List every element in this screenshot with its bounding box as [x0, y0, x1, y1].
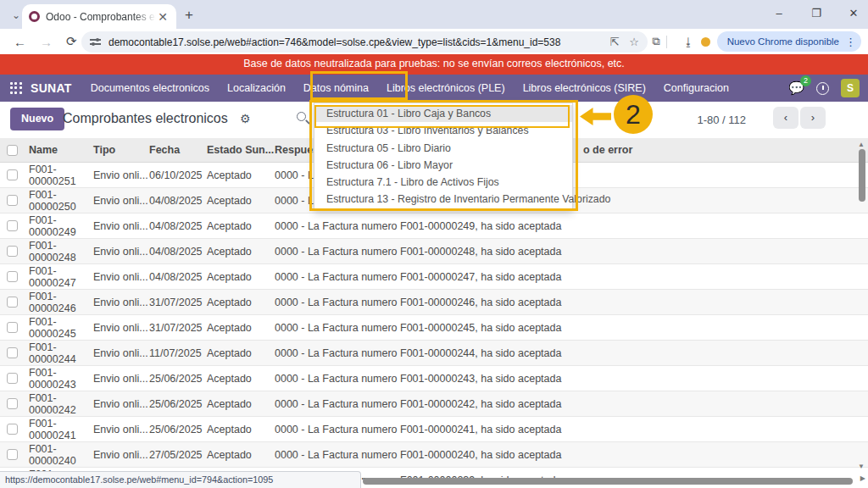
- cell-estado: Aceptado: [207, 398, 275, 410]
- table-row[interactable]: F001-00000247Envio onli...04/08/2025Acep…: [0, 264, 868, 290]
- table-row[interactable]: F001-00000242Envio onli...25/06/2025Acep…: [0, 391, 868, 417]
- chrome-update-button[interactable]: Nuevo Chrome disponible ⋮: [717, 31, 861, 52]
- dropdown-item-4[interactable]: Estructura 7.1 - Libro de Activos Fijos: [314, 174, 572, 191]
- activities-clock-icon[interactable]: [816, 82, 829, 95]
- dropdown-item-0[interactable]: Estructura 01 - Libro Caja y Bancos: [314, 105, 572, 122]
- navbar-item-0[interactable]: Documentos electronicos: [91, 82, 209, 94]
- row-checkbox[interactable]: [7, 169, 18, 180]
- row-checkbox[interactable]: [7, 297, 18, 308]
- cell-checkbox: [7, 220, 29, 231]
- row-checkbox[interactable]: [7, 271, 18, 282]
- column-header-estado[interactable]: Estado Sun...: [207, 144, 275, 156]
- table-row[interactable]: F001-00000240Envio onli...27/05/2025Acep…: [0, 442, 868, 468]
- dropdown-item-2[interactable]: Estructura 05 - Libro Diario: [314, 140, 572, 157]
- row-checkbox[interactable]: [7, 322, 18, 333]
- pager-prev-button[interactable]: ‹: [773, 107, 798, 129]
- table-row[interactable]: F001-00000249Envio onli...04/08/2025Acep…: [0, 214, 868, 239]
- download-icon[interactable]: ⭳: [683, 36, 694, 48]
- browser-menu-icon[interactable]: ⋮: [845, 36, 856, 48]
- cell-resp: 0000 - La Factura numero F001-00000248, …: [275, 246, 868, 258]
- messages-icon[interactable]: 💬2: [788, 80, 804, 96]
- scroll-down-icon[interactable]: ▼: [858, 463, 865, 470]
- row-checkbox[interactable]: [7, 220, 18, 231]
- cell-estado: Aceptado: [207, 169, 275, 181]
- ple-dropdown-menu: Estructura 01 - Libro Caja y BancosEstru…: [314, 103, 573, 211]
- dropdown-item-1[interactable]: Estructura 03 - Libro Inventarios y Bala…: [314, 122, 572, 139]
- send-to-device-icon[interactable]: ⇱: [609, 36, 619, 48]
- app-name[interactable]: SUNAT: [31, 81, 72, 95]
- row-checkbox[interactable]: [7, 424, 18, 435]
- dropdown-item-5[interactable]: Estructura 13 - Registro de Inventario P…: [314, 191, 572, 208]
- scroll-up-icon[interactable]: ▲: [858, 141, 865, 148]
- select-all-checkbox[interactable]: [7, 145, 18, 156]
- new-tab-button[interactable]: +: [185, 7, 193, 24]
- new-button[interactable]: Nuevo: [10, 108, 64, 130]
- window-controls: – ❐ ✕: [773, 0, 860, 25]
- table-row[interactable]: F001-00000244Envio onli...11/07/2025Acep…: [0, 341, 868, 366]
- navbar-item-1[interactable]: Localización: [227, 82, 286, 94]
- row-checkbox[interactable]: [7, 449, 18, 460]
- column-header-fecha[interactable]: Fecha: [149, 144, 207, 156]
- tab-close-icon[interactable]: ✕: [156, 11, 170, 23]
- cell-estado: Aceptado: [207, 347, 275, 359]
- column-header-error[interactable]: o de error: [583, 144, 632, 156]
- navbar-menu: Documentos electronicosLocalizaciónDatos…: [91, 82, 729, 94]
- apps-grid-icon[interactable]: [10, 82, 22, 94]
- cell-resp: 0000 - La Factura numero F001-00000247, …: [275, 271, 868, 283]
- cell-checkbox: [7, 271, 29, 282]
- cell-name: F001-00000251: [29, 164, 93, 187]
- reload-icon[interactable]: ⟳: [66, 34, 77, 49]
- navbar-item-2[interactable]: Datos nómina: [303, 82, 369, 94]
- row-checkbox[interactable]: [7, 246, 18, 257]
- cell-resp: 0000 - La Factura numero F001-00000249, …: [275, 220, 868, 232]
- bookmark-star-icon[interactable]: ☆: [629, 36, 639, 48]
- vertical-scrollbar[interactable]: [859, 149, 865, 202]
- row-checkbox[interactable]: [7, 347, 18, 358]
- scroll-right-icon[interactable]: ▶: [860, 474, 865, 482]
- cell-checkbox: [7, 398, 29, 409]
- navbar-item-3[interactable]: Libros electrónicos (PLE): [387, 82, 505, 94]
- row-checkbox[interactable]: [7, 195, 18, 206]
- site-settings-icon[interactable]: [90, 36, 101, 47]
- search-icon[interactable]: [297, 112, 306, 121]
- row-checkbox[interactable]: [7, 373, 18, 384]
- profile-avatar-icon[interactable]: [701, 37, 710, 47]
- page-title: Comprobantes electronicos: [63, 111, 228, 126]
- table-row[interactable]: F001-00000245Envio onli...31/07/2025Acep…: [0, 315, 868, 341]
- gear-icon[interactable]: ⚙: [240, 112, 251, 125]
- minimize-button[interactable]: –: [773, 7, 785, 19]
- cell-checkbox: [7, 195, 29, 206]
- messages-badge: 2: [800, 75, 811, 86]
- back-icon[interactable]: ←: [14, 35, 26, 49]
- column-header-name[interactable]: Name: [29, 144, 93, 156]
- dropdown-item-3[interactable]: Estructura 06 - Libro Mayor: [314, 157, 572, 174]
- cell-resp: 0000 - La Factura numero F001-00000240, …: [275, 449, 868, 461]
- table-row[interactable]: F001-00000243Envio onli...25/06/2025Acep…: [0, 366, 868, 391]
- restore-button[interactable]: ❐: [810, 7, 822, 19]
- navbar-item-4[interactable]: Libros electrónicos (SIRE): [523, 82, 646, 94]
- address-bar[interactable]: democontable17.solse.pe/web#action=746&m…: [81, 31, 648, 53]
- navbar-item-5[interactable]: Configuracion: [664, 82, 729, 94]
- extensions-icon[interactable]: ⧉: [652, 35, 659, 48]
- cell-name: F001-00000245: [29, 316, 93, 340]
- column-header-tipo[interactable]: Tipo: [93, 144, 149, 156]
- pager-next-button[interactable]: ›: [800, 107, 826, 129]
- cell-checkbox: [7, 297, 29, 308]
- cell-checkbox: [7, 246, 29, 257]
- cell-tipo: Envio onli...: [93, 398, 149, 410]
- browser-tab[interactable]: Odoo - Comprobantes electron ✕: [22, 4, 176, 29]
- user-avatar[interactable]: S: [841, 79, 860, 97]
- cell-tipo: Envio onli...: [93, 271, 149, 283]
- table-row[interactable]: F001-00000248Envio onli...04/08/2025Acep…: [0, 239, 868, 264]
- cell-name: F001-00000242: [29, 392, 93, 416]
- odoo-favicon-icon: [29, 11, 40, 22]
- close-button[interactable]: ✕: [848, 7, 860, 19]
- row-checkbox[interactable]: [7, 398, 18, 409]
- cell-name: F001-00000249: [29, 214, 93, 238]
- table-row[interactable]: F001-00000241Envio onli...25/06/2025Acep…: [0, 417, 868, 442]
- table-row[interactable]: F001-00000246Envio onli...31/07/2025Acep…: [0, 290, 868, 315]
- cell-resp: 0000 - La Factura numero F001-00000242, …: [275, 398, 868, 410]
- horizontal-scrollbar[interactable]: [363, 478, 853, 485]
- url-text[interactable]: democontable17.solse.pe/web#action=746&m…: [108, 36, 599, 48]
- forward-icon[interactable]: →: [40, 35, 53, 49]
